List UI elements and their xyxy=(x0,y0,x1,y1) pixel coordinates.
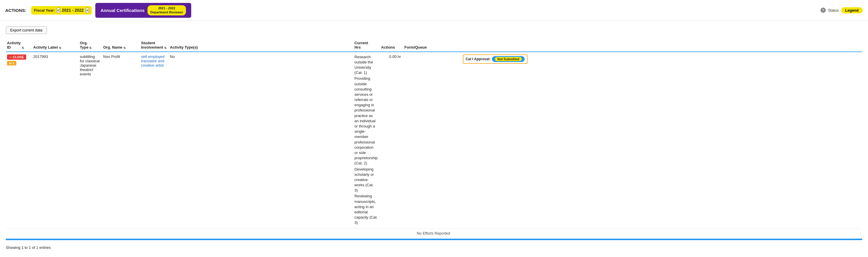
header-bar: ACTIONS: Fiscal Year: < 2021 - 2022 > An… xyxy=(0,0,868,21)
col-org-type: Org.Type ⇅ xyxy=(79,39,102,52)
col-current-hrs: CurrentHrs xyxy=(353,39,380,52)
activity-types-list: Research outside the University (Cat. 1)… xyxy=(354,54,378,226)
status-label: Status xyxy=(828,8,839,12)
cell-actions xyxy=(403,52,462,229)
annual-cert-label: Annual Certifications xyxy=(100,8,145,13)
org-name-link[interactable]: self employed translator and creative ar… xyxy=(141,54,164,68)
status-help-icon[interactable]: ? xyxy=(820,7,826,13)
cell-activity-id: 2017993 xyxy=(32,52,79,229)
col-org-name: Org. Name ⇅ xyxy=(102,39,140,52)
legend-button[interactable]: Legend xyxy=(841,7,863,13)
tag-count: 1 xyxy=(12,62,14,65)
activity-type-item: Providing outside consulting services or… xyxy=(354,76,378,166)
actions-label: ACTIONS: xyxy=(5,8,27,13)
tag-badge[interactable]: 1 xyxy=(7,61,16,66)
cell-activity-types: Research outside the University (Cat. 1)… xyxy=(353,52,380,229)
not-submitted-badge: Not Submitted xyxy=(495,57,522,61)
cell-student-involvement: No xyxy=(169,52,353,229)
entries-count: Showing 1 to 1 of 1 entries xyxy=(6,245,51,250)
header-right: ? Status Legend xyxy=(820,7,863,13)
main-content: Export current data ActivityID ⇅ Activit… xyxy=(0,21,868,243)
sort-icon-org-type[interactable]: ⇅ xyxy=(89,46,92,49)
cell-actions-close: CLOSE 1 xyxy=(6,52,32,229)
col-student-involvement: StudentInvolvement ⇅ xyxy=(140,39,169,52)
fiscal-year-next-button[interactable]: > xyxy=(85,7,89,13)
col-form-queue: Form/Queue xyxy=(403,39,462,52)
blue-divider-bar xyxy=(6,238,862,240)
cell-org-name: self employed translator and creative ar… xyxy=(140,52,169,229)
cell-activity-label: subtitling for classical Japanese theatr… xyxy=(79,52,102,229)
sort-icon-student-involvement[interactable]: ⇅ xyxy=(164,46,166,49)
col-activity-types: Activity Type(s) xyxy=(169,39,353,52)
table-header-row: ActivityID ⇅ Activity Label ⇅ Org.Type ⇅ xyxy=(6,39,862,52)
activity-type-item: Research outside the University (Cat. 1) xyxy=(354,54,378,76)
fiscal-year-prev-button[interactable]: < xyxy=(57,7,60,13)
fiscal-year-label: Fiscal Year: xyxy=(34,8,55,12)
annual-certifications-button[interactable]: Annual Certifications 2021 - 2022 Depart… xyxy=(95,3,191,18)
not-submitted-button[interactable]: Not Submitted xyxy=(492,56,524,62)
table-row: CLOSE 1 2017993 subtitling for classical… xyxy=(6,52,862,229)
cell-form-queue: Cat I Approval: Not Submitted xyxy=(462,52,862,229)
close-button[interactable]: CLOSE xyxy=(7,54,26,60)
data-table: ActivityID ⇅ Activity Label ⇅ Org.Type ⇅ xyxy=(6,39,862,238)
form-queue-container: Cat I Approval: Not Submitted xyxy=(463,54,528,64)
sort-icon-activity-id[interactable]: ⇅ xyxy=(22,46,24,49)
cell-current-hrs: 0.00 hr xyxy=(380,52,403,229)
activity-type-item: Developing scholarly or creative works (… xyxy=(354,167,378,193)
table-footer: Showing 1 to 1 of 1 entries xyxy=(0,243,868,252)
fiscal-year-control: Fiscal Year: < 2021 - 2022 > xyxy=(31,6,92,14)
col-actions: Actions xyxy=(380,39,403,52)
export-button[interactable]: Export current data xyxy=(6,26,47,34)
no-efforts-row: No Efforts Reported xyxy=(6,228,862,238)
fiscal-year-value: 2021 - 2022 xyxy=(62,8,84,12)
cell-org-type: Non Profit xyxy=(102,52,140,229)
activity-type-item: Reviewing manuscripts, acting in an edit… xyxy=(354,193,378,225)
sort-icon-org-name[interactable]: ⇅ xyxy=(123,46,126,49)
cert-year-badge: 2021 - 2022 Department Reviewer xyxy=(148,5,186,15)
approval-label: Cat I Approval: xyxy=(466,57,491,61)
col-activity-id: ActivityID ⇅ xyxy=(6,39,32,52)
sort-icon-activity-label[interactable]: ⇅ xyxy=(59,46,61,49)
col-activity-label: Activity Label ⇅ xyxy=(32,39,79,52)
no-efforts-cell: No Efforts Reported xyxy=(6,228,862,238)
